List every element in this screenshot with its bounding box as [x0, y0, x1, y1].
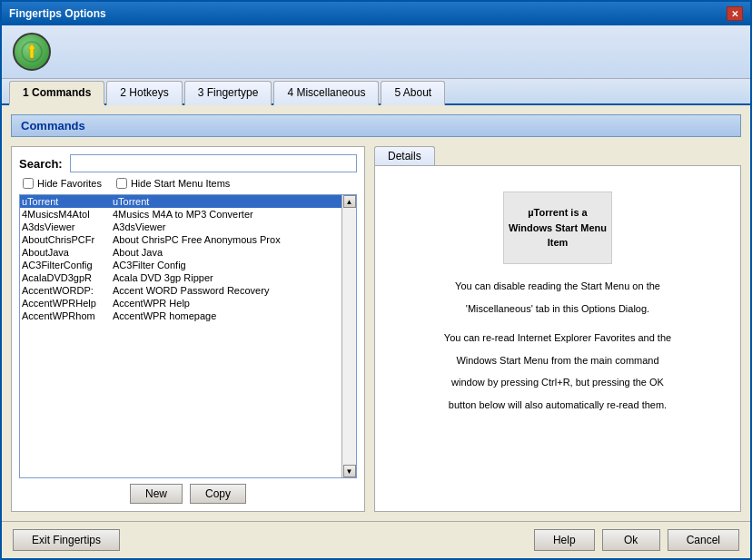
list-col2: Accent WORD Password Recovery	[113, 285, 340, 296]
details-text7: button below will also automatically re-…	[382, 398, 733, 413]
details-text2: 'Miscellaneous' tab in this Options Dial…	[382, 301, 733, 317]
list-col2: About Java	[113, 247, 340, 258]
list-item[interactable]: AccentWPRHelpAccentWPR Help	[20, 297, 341, 309]
tab-fingertype[interactable]: 3 Fingertype	[184, 81, 272, 105]
list-col1: AboutChrisPCFr	[22, 234, 113, 245]
details-text1: You can disable reading the Start Menu o…	[382, 279, 733, 294]
title-bar: Fingertips Options ✕	[2, 2, 750, 25]
cancel-button[interactable]: Cancel	[668, 529, 739, 551]
new-button[interactable]: New	[130, 484, 183, 504]
list-col2: 4Musics M4A to MP3 Converter	[113, 209, 340, 220]
details-icon-box: µTorrent is a Windows Start Menu Item	[503, 192, 612, 264]
list-item[interactable]: AboutChrisPCFrAbout ChrisPC Free Anonymo…	[20, 233, 341, 246]
list-col2: uTorrent	[113, 196, 340, 207]
list-item[interactable]: AccentWORDP:Accent WORD Password Recover…	[20, 284, 341, 297]
close-button[interactable]: ✕	[727, 6, 743, 21]
right-panel: Details µTorrent is a Windows Start Menu…	[374, 146, 741, 512]
footer: Exit Fingertips Help Ok Cancel	[2, 521, 750, 558]
list-col2: AccentWPR homepage	[113, 310, 340, 321]
list-buttons-row: New Copy	[19, 484, 357, 504]
details-text4: You can re-read Internet Explorer Favori…	[382, 330, 733, 346]
tab-hotkeys[interactable]: 2 Hotkeys	[106, 81, 182, 105]
list-col1: AccentWPRhom	[22, 310, 113, 321]
list-item[interactable]: AcalaDVD3gpRAcala DVD 3gp Ripper	[20, 271, 341, 284]
search-input[interactable]	[70, 154, 357, 172]
scroll-up-icon[interactable]: ▲	[343, 195, 356, 208]
main-split: Search: Hide Favorites Hide Start Menu I…	[11, 146, 741, 512]
list-col1: A3dsViewer	[22, 221, 113, 232]
hide-start-menu-checkbox[interactable]: Hide Start Menu Items	[116, 178, 230, 189]
list-col2: About ChrisPC Free Anonymous Prox	[113, 234, 340, 245]
list-item[interactable]: 4MusicsM4Atol4Musics M4A to MP3 Converte…	[20, 208, 341, 221]
details-tab-row: Details	[374, 146, 741, 165]
exit-button[interactable]: Exit Fingertips	[13, 529, 120, 551]
checkboxes-row: Hide Favorites Hide Start Menu Items	[19, 178, 357, 189]
list-col1: AccentWPRHelp	[22, 298, 113, 309]
tab-commands[interactable]: 1 Commands	[9, 81, 104, 105]
list-col1: AcalaDVD3gpR	[22, 272, 113, 283]
list-col2: AccentWPR Help	[113, 298, 340, 309]
search-row: Search:	[19, 154, 357, 172]
details-icon-line1: µTorrent is a	[528, 205, 587, 221]
content-area: Commands Search: Hide Favorites Hide Sta…	[2, 105, 750, 521]
list-col2: A3dsViewer	[113, 221, 340, 232]
list-col2: Acala DVD 3gp Ripper	[113, 272, 340, 283]
details-text5: Windows Start Menu from the main command	[382, 353, 733, 368]
list-col1: AC3FilterConfig	[22, 260, 113, 270]
window-title: Fingertips Options	[9, 7, 106, 20]
list-wrapper: uTorrentuTorrent4MusicsM4Atol4Musics M4A…	[19, 194, 357, 478]
main-window: Fingertips Options ✕ 1 Commands 2 Hotkey…	[0, 0, 752, 560]
tabs-row: 1 Commands 2 Hotkeys 3 Fingertype 4 Misc…	[2, 79, 750, 105]
hide-start-menu-label: Hide Start Menu Items	[131, 178, 230, 189]
list-col1: AboutJava	[22, 247, 113, 258]
details-content: µTorrent is a Windows Start Menu Item Yo…	[374, 165, 741, 512]
scrollbar[interactable]: ▲ ▼	[341, 195, 356, 477]
app-icon	[13, 33, 51, 71]
hide-favorites-checkbox[interactable]: Hide Favorites	[23, 178, 102, 189]
hide-favorites-label: Hide Favorites	[37, 178, 102, 189]
search-label: Search:	[19, 157, 63, 171]
details-icon-line2: Windows Start Menu Item	[504, 221, 611, 251]
section-header: Commands	[11, 114, 741, 137]
list-item[interactable]: AboutJavaAbout Java	[20, 246, 341, 259]
footer-right: Help Ok Cancel	[534, 529, 739, 551]
header-area	[2, 25, 750, 79]
tab-about[interactable]: 5 About	[381, 81, 445, 105]
details-tab[interactable]: Details	[374, 146, 435, 165]
list-col1: uTorrent	[22, 196, 113, 207]
tab-miscellaneous[interactable]: 4 Miscellaneous	[273, 81, 379, 105]
details-text6: window by pressing Ctrl+R, but pressing …	[382, 375, 733, 390]
list-item[interactable]: A3dsViewerA3dsViewer	[20, 221, 341, 233]
list-item[interactable]: AC3FilterConfigAC3Filter Config	[20, 259, 341, 271]
list-item[interactable]: uTorrentuTorrent	[20, 195, 341, 208]
help-button[interactable]: Help	[534, 529, 595, 551]
list-col2: AC3Filter Config	[113, 260, 340, 270]
copy-button[interactable]: Copy	[190, 484, 246, 504]
left-panel: Search: Hide Favorites Hide Start Menu I…	[11, 146, 365, 512]
scroll-down-icon[interactable]: ▼	[343, 465, 356, 477]
list-item[interactable]: AccentWPRhomAccentWPR homepage	[20, 309, 341, 322]
ok-button[interactable]: Ok	[602, 529, 660, 551]
list-col1: AccentWORDP:	[22, 285, 113, 296]
list-col1: 4MusicsM4Atol	[22, 209, 113, 220]
commands-list[interactable]: uTorrentuTorrent4MusicsM4Atol4Musics M4A…	[20, 195, 341, 477]
